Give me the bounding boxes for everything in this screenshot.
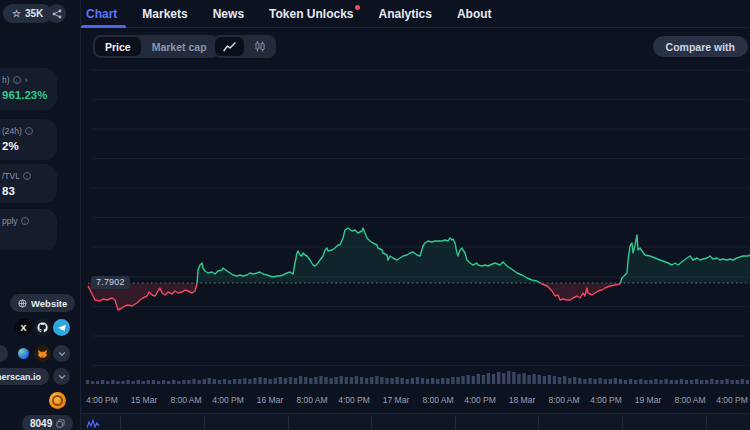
price-chart[interactable]: 7.7902 (85, 60, 750, 393)
stat-value: 2% (2, 140, 57, 152)
stat-label: pply (2, 216, 18, 226)
stat-card-tvl: /TVL i 83 (0, 164, 57, 203)
baseline-price-tag: 7.7902 (91, 276, 130, 289)
tab-token-unlocks[interactable]: Token Unlocks (267, 0, 355, 28)
x-icon: X (20, 323, 26, 333)
x-axis-label: 8:00 AM (170, 395, 201, 405)
app-root: ☆ 35K h) i › 961.23% (24h) i 2% (0, 0, 750, 430)
stat-label: (24h) (2, 126, 22, 136)
compare-with-button[interactable]: Compare with (653, 36, 748, 57)
x-social-button[interactable]: X (15, 319, 32, 336)
chevron-right-icon[interactable]: › (25, 75, 28, 85)
chart-type-toggle (213, 35, 276, 58)
market-cap-toggle-button[interactable]: Market cap (142, 37, 217, 56)
share-icon (52, 9, 62, 19)
globe-icon (18, 299, 27, 308)
x-axis-label: 4:00 PM (338, 395, 370, 405)
info-icon[interactable]: i (23, 172, 31, 180)
stat-value: 961.23% (2, 89, 57, 101)
stat-label: h) (2, 75, 10, 85)
copy-icon (56, 419, 65, 428)
x-axis-label: 17 Mar (383, 395, 409, 405)
x-axis-label: 16 Mar (257, 395, 283, 405)
tab-about[interactable]: About (455, 0, 494, 28)
candlestick-icon (254, 41, 266, 52)
stat-value: 83 (2, 185, 57, 197)
explorer-label: therscan.io (0, 372, 41, 382)
info-icon[interactable]: i (25, 127, 33, 135)
timeline-strip[interactable] (81, 413, 750, 430)
sidebar: ☆ 35K h) i › 961.23% (24h) i 2% (0, 0, 80, 430)
line-chart-type-button[interactable] (215, 37, 244, 56)
cut-pill[interactable] (0, 345, 8, 362)
tab-chart[interactable]: Chart (84, 0, 119, 28)
timeline-tick (622, 416, 623, 430)
price-toggle-button[interactable]: Price (95, 37, 141, 56)
github-icon (37, 322, 48, 333)
chart-controls: Price Market cap Compare (81, 33, 750, 59)
stat-card-price-change: h) i › 961.23% (0, 68, 57, 110)
watchlist-count: 35K (25, 8, 43, 19)
chevron-down-icon (58, 350, 66, 358)
x-axis-label: 19 Mar (635, 395, 661, 405)
expand-explorers-button[interactable] (53, 368, 70, 385)
watchlist-button[interactable]: ☆ 35K (3, 4, 52, 23)
sphere-icon (18, 348, 29, 359)
website-button[interactable]: Website (10, 294, 75, 312)
token-logo (49, 392, 66, 409)
x-axis-label: 8:00 AM (296, 395, 327, 405)
contract-address-button[interactable]: 8049 (22, 415, 73, 430)
x-axis-label: 18 Mar (509, 395, 535, 405)
x-axis-label: 15 Mar (131, 395, 157, 405)
main-content: Chart Markets News Token Unlocks Analyti… (81, 0, 750, 430)
github-button[interactable] (34, 319, 51, 336)
tab-bar: Chart Markets News Token Unlocks Analyti… (81, 0, 750, 28)
candlestick-chart-type-button[interactable] (245, 37, 274, 56)
tab-news[interactable]: News (211, 0, 246, 28)
x-axis-label: 4:00 PM (212, 395, 244, 405)
chevron-down-icon (58, 373, 66, 381)
timeline-tick (120, 416, 121, 430)
explorer-button[interactable]: therscan.io (0, 368, 49, 385)
x-axis-label: 8:00 AM (548, 395, 579, 405)
telegram-button[interactable] (53, 319, 70, 336)
x-axis-label: 8:00 AM (674, 395, 705, 405)
minimap-chart (87, 419, 103, 429)
metric-toggle: Price Market cap (93, 35, 219, 58)
info-icon[interactable]: i (13, 76, 21, 84)
timeline-tick (706, 416, 707, 430)
expand-links-button[interactable] (53, 345, 70, 362)
timeline-tick (455, 416, 456, 430)
website-label: Website (31, 298, 67, 309)
line-chart-icon (223, 42, 236, 52)
stat-card-supply: pply i (0, 209, 57, 250)
timeline-tick (371, 416, 372, 430)
x-axis-label: 4:00 PM (464, 395, 496, 405)
timeline-tick (538, 416, 539, 430)
x-axis-label: 4:00 PM (86, 395, 118, 405)
info-icon[interactable]: i (21, 217, 29, 225)
x-axis-label: 8:00 AM (422, 395, 453, 405)
share-button[interactable] (47, 4, 66, 23)
price-chart-canvas[interactable] (85, 60, 750, 393)
timeline-tick (288, 416, 289, 430)
stat-label: /TVL (2, 171, 20, 181)
notification-dot (355, 5, 360, 10)
fox-button[interactable] (34, 345, 51, 362)
x-axis-label: 4:00 PM (590, 395, 622, 405)
fox-icon (37, 348, 48, 359)
tab-analytics[interactable]: Analytics (377, 0, 434, 28)
contract-label: 8049 (30, 418, 52, 429)
stat-card-24h: (24h) i 2% (0, 119, 57, 160)
telegram-icon (57, 323, 67, 333)
timeline-tick (204, 416, 205, 430)
x-axis-label: 4:00 PM (716, 395, 748, 405)
x-axis-labels: 4:00 PM15 Mar8:00 AM4:00 PM16 Mar8:00 AM… (85, 395, 750, 407)
tab-markets[interactable]: Markets (140, 0, 189, 28)
coin-sphere-button[interactable] (15, 345, 32, 362)
star-icon: ☆ (12, 9, 21, 19)
